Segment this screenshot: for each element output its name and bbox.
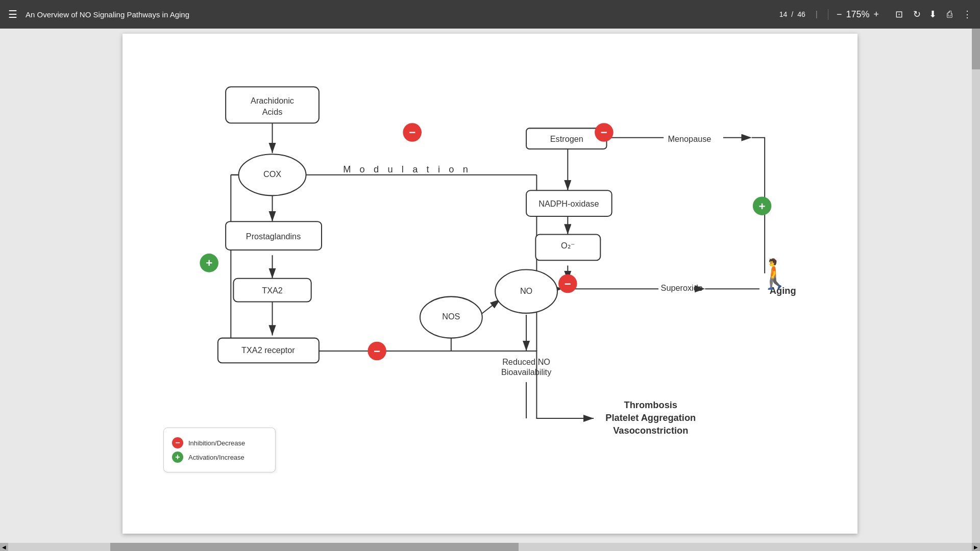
toolbar-icons: ⊡ ↻: [895, 9, 921, 20]
cox-text: COX: [263, 169, 281, 179]
nadph-text: NADPH-oxidase: [538, 199, 599, 208]
document-title: An Overview of NO Signaling Pathways in …: [26, 10, 764, 19]
modulation-text: M o d u l a t i o n: [343, 164, 471, 174]
activation-icon: +: [172, 452, 183, 463]
content-area: Arachidonic Acids COX Prostaglandins TXA…: [0, 29, 980, 551]
inhibition-label: Inhibition/Decrease: [188, 439, 245, 447]
toolbar: ☰ An Overview of NO Signaling Pathways i…: [0, 0, 980, 29]
toolbar-divider: |: [816, 10, 818, 19]
prostaglandins-text: Prostaglandins: [246, 232, 301, 241]
inhibit-sign-top: −: [409, 126, 415, 139]
txa2-receptor-text: TXA2 receptor: [241, 345, 295, 355]
inhibit-sign-no: −: [565, 278, 571, 290]
arachidonic-text-2: Acids: [262, 107, 283, 116]
nos-text: NOS: [442, 312, 460, 321]
fit-page-icon[interactable]: ⊡: [895, 9, 903, 20]
print-icon[interactable]: ⎙: [947, 9, 952, 20]
inhibit-sign-txa2r: −: [374, 345, 380, 358]
legend-box: − Inhibition/Decrease + Activation/Incre…: [163, 428, 276, 472]
more-options-icon[interactable]: ⋮: [963, 9, 972, 20]
activation-legend-item: + Activation/Increase: [172, 452, 267, 463]
page-number-input[interactable]: 14: [772, 10, 787, 18]
page-separator: /: [791, 10, 793, 18]
platelet-text: Platelet Aggregation: [605, 412, 696, 423]
vasoconstriction-text: Vasoconstriction: [613, 425, 688, 436]
zoom-value: 175%: [846, 9, 869, 20]
zoom-controls: − 175% +: [828, 9, 879, 20]
o2-text: O₂⁻: [561, 241, 575, 250]
scrollbar-track-horizontal: [8, 543, 972, 551]
horizontal-scrollbar[interactable]: ◀ ▶: [0, 543, 980, 551]
zoom-in-button[interactable]: +: [873, 9, 879, 20]
pdf-page: Arachidonic Acids COX Prostaglandins TXA…: [122, 34, 857, 534]
download-icon[interactable]: ⬇: [929, 9, 937, 20]
no-text: NO: [520, 286, 532, 295]
rotate-icon[interactable]: ↻: [913, 9, 921, 20]
activation-label: Activation/Increase: [188, 454, 244, 461]
menu-icon[interactable]: ☰: [8, 8, 17, 20]
arrow-txa2-receptor-outcomes: [319, 351, 594, 418]
vertical-scrollbar[interactable]: [972, 29, 980, 551]
txa2-text: TXA2: [262, 286, 283, 295]
thrombosis-text: Thrombosis: [624, 399, 678, 410]
page-navigation: 14 / 46: [772, 10, 805, 18]
scroll-left-button[interactable]: ◀: [0, 543, 8, 551]
scrollbar-thumb-vertical[interactable]: [972, 29, 980, 69]
right-toolbar-icons: ⬇ ⎙ ⋮: [929, 9, 972, 20]
inhibition-legend-item: − Inhibition/Decrease: [172, 437, 267, 448]
page-total: 46: [797, 10, 805, 18]
scrollbar-thumb-horizontal[interactable]: [110, 543, 519, 551]
inhibition-icon: −: [172, 437, 183, 448]
aging-figure: 🚶: [757, 257, 793, 291]
estrogen-text: Estrogen: [550, 134, 583, 143]
activate-sign-right: +: [759, 200, 766, 213]
menopause-text: Menopause: [668, 134, 712, 143]
activate-sign-left: +: [206, 257, 212, 269]
reduced-no-text-2: Bioavailability: [501, 367, 552, 377]
inhibit-sign-menopause: −: [601, 126, 607, 139]
zoom-out-button[interactable]: −: [837, 9, 842, 20]
reduced-no-text-1: Reduced NO: [502, 357, 550, 366]
superoxide-text: Superoxide: [661, 283, 703, 292]
scroll-right-button[interactable]: ▶: [972, 543, 980, 551]
arachidonic-text-1: Arachidonic: [251, 96, 294, 105]
